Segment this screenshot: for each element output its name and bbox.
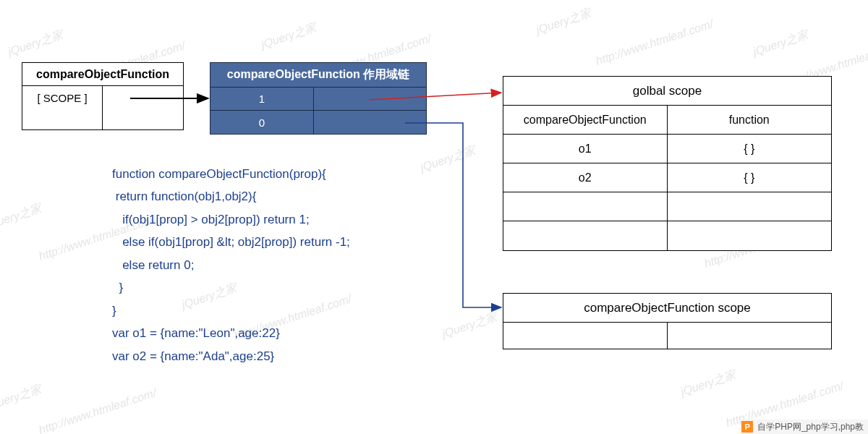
watermark: jQuery之家 [535, 6, 594, 38]
global-key: compareObjectFunction [503, 106, 668, 134]
watermark: jQuery之家 [441, 310, 500, 341]
scope-label: [ SCOPE ] [22, 86, 103, 109]
scope-chain-index: 1 [210, 88, 314, 110]
scope-chain-val [314, 88, 426, 110]
code-line: function compareObjectFunction(prop){ [112, 163, 350, 185]
footer-text: 自学PHP网_php学习,php教 [757, 421, 864, 433]
local-scope-box: compareObjectFunction scope [503, 293, 832, 349]
code-line: else if(obj1[prop] &lt; obj2[prop]) retu… [112, 231, 350, 253]
watermark: http://www.htmleaf.com/ [37, 386, 158, 434]
code-line: var o1 = {name:"Leon",age:22} [112, 322, 350, 344]
watermark: jQuery之家 [0, 382, 43, 414]
global-key [503, 192, 668, 221]
global-val: { } [668, 135, 832, 163]
global-key [503, 221, 668, 250]
scope-chain-index: 0 [210, 111, 314, 134]
empty-cell [22, 109, 103, 129]
global-val: function [668, 106, 832, 134]
global-key: o1 [503, 135, 668, 163]
local-cell [668, 323, 832, 349]
footer-source: P 自学PHP网_php学习,php教 [741, 420, 868, 434]
local-scope-title: compareObjectFunction scope [503, 294, 831, 323]
watermark: jQuery之家 [679, 367, 739, 399]
code-line: var o2 = {name:"Ada",age:25} [112, 345, 350, 367]
code-line: } [112, 276, 350, 299]
code-line: if(obj1[prop] > obj2[prop]) return 1; [112, 208, 350, 231]
local-cell [503, 323, 668, 349]
global-val [668, 221, 832, 250]
code-line: else return 0; [112, 254, 350, 276]
scope-chain-val [314, 111, 426, 134]
empty-cell [103, 109, 183, 129]
watermark: http://www.htmleaf.com/ [594, 17, 715, 68]
watermark: jQuery之家 [419, 143, 478, 175]
watermark: jQuery之家 [7, 27, 66, 59]
scope-value-cell [103, 86, 183, 109]
code-line: return function(obj1,obj2){ [112, 185, 350, 208]
scope-chain-title: compareObjectFunction 作用域链 [210, 63, 426, 88]
watermark: jQuery之家 [0, 201, 43, 233]
function-object-box: compareObjectFunction [ SCOPE ] [22, 62, 184, 130]
global-val: { } [668, 163, 832, 192]
global-scope-title: golbal scope [503, 77, 831, 106]
function-object-title: compareObjectFunction [22, 63, 183, 86]
global-val [668, 192, 832, 221]
code-block: function compareObjectFunction(prop){ re… [112, 163, 350, 367]
footer-badge-icon: P [741, 421, 753, 433]
watermark: jQuery之家 [752, 27, 811, 59]
scope-chain-box: compareObjectFunction 作用域链 1 0 [210, 62, 427, 135]
global-key: o2 [503, 163, 668, 192]
code-line: } [112, 299, 350, 322]
arrow-chain0-to-local [405, 123, 501, 307]
watermark: jQuery之家 [260, 20, 319, 52]
global-scope-box: golbal scope compareObjectFunctionfuncti… [503, 76, 832, 251]
